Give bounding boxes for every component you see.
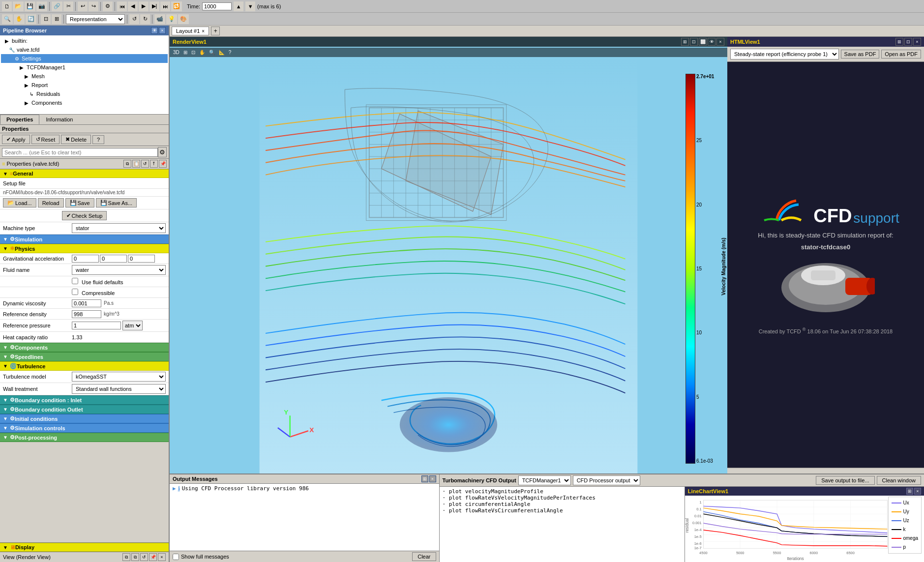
connect-btn[interactable]: 🔗 [52,1,62,11]
vt-btn1[interactable]: ⊞ [182,49,189,56]
hv-btn1[interactable]: ⊞ [895,38,903,46]
copy-btn[interactable]: ⧉ [123,160,131,168]
compressible-checkbox[interactable] [72,289,78,295]
tree-item-residuals[interactable]: ↳ Residuals [1,89,168,98]
save-as-btn[interactable]: 💾 Save As... [96,198,137,207]
prev-frame-btn[interactable]: ◀ [128,1,138,11]
tree-item-settings[interactable]: ⚙ Settings [1,54,168,63]
bv-btn5[interactable]: × [158,553,166,561]
delete-btn[interactable]: ✖ Delete [61,135,91,144]
disconnect-btn[interactable]: ✂ [63,1,73,11]
vt-btn2[interactable]: ⊡ [190,49,197,56]
save-btn[interactable]: 💾 [25,1,35,11]
color-btn[interactable]: 🎨 [178,14,189,24]
vt-btn3[interactable]: ✋ [198,49,207,56]
grav-x[interactable] [72,255,99,263]
first-frame-btn[interactable]: ⏮ [117,1,127,11]
use-fluid-defaults-checkbox[interactable] [72,278,78,284]
turbo-processor-select[interactable]: CFD Processor output [573,475,640,485]
section-speedlines[interactable]: ▼ ⚙ Speedlines [0,352,169,361]
clear-btn[interactable]: Clear [412,552,436,561]
save-props-btn[interactable]: 💾 Save [65,198,94,207]
machine-type-select[interactable]: stator [72,223,166,233]
save-as-pdf-btn[interactable]: Save as PDF [841,50,880,59]
time-input[interactable] [202,2,232,10]
grav-z[interactable] [128,255,155,263]
toolbar-btn-extra2[interactable]: ↻ [140,14,150,24]
dynamic-viscosity-input[interactable] [72,299,101,307]
section-turbulence[interactable]: ▼ 🌀 Turbulence [0,361,169,371]
representation-dropdown[interactable]: Representation [66,14,125,24]
rv-btn2[interactable]: ⊡ [690,38,698,46]
html-view-report-select[interactable]: Steady-state report (efficiency probe 1) [730,49,839,59]
tree-item-report[interactable]: ▶ Report [1,81,168,89]
hv-btn3[interactable]: × [913,38,921,46]
settings-btn[interactable]: ⚙ [103,1,113,11]
open-btn[interactable]: 📂 [13,1,24,11]
toolbar-btn-extra1[interactable]: ↺ [129,14,139,24]
help-btn[interactable]: ? [92,135,104,144]
turbo-manager-select[interactable]: TCFDManager1 [518,475,571,485]
light-btn[interactable]: 💡 [166,14,177,24]
reload-btn[interactable]: Reload [38,198,64,207]
restore-btn[interactable]: ⤒ [150,160,158,168]
grav-y[interactable] [100,255,127,263]
vt-3d[interactable]: 3D [172,49,181,56]
section-simulation[interactable]: ▼ ⚙ Simulation [0,235,169,244]
section-components[interactable]: ▼ ⚙ Components [0,343,169,352]
render-view[interactable]: RenderView1 ⊞ ⊡ ⬜ 👁 × 3D ⊞ ⊡ [170,37,727,473]
output-expand-btn[interactable]: ⊞ [421,475,428,482]
fit-all-btn[interactable]: ⊡ [41,14,51,24]
html-scrollbar-h[interactable] [727,468,924,473]
tree-item-components[interactable]: ▶ Components [1,98,168,107]
load-btn[interactable]: 📂 Load... [3,198,36,207]
output-close-btn[interactable]: × [429,475,436,482]
open-as-pdf-btn[interactable]: Open as PDF [881,50,921,59]
save-output-btn[interactable]: Save output to file... [816,476,874,485]
tree-item-tcfdmanager[interactable]: ▶ TCFDManager1 [1,63,168,72]
undo-btn[interactable]: ↩ [78,1,88,11]
tree-item-builtin[interactable]: ▶ builtin: [1,36,168,45]
ref-pressure-input[interactable] [72,322,121,329]
play-btn[interactable]: ▶ [139,1,149,11]
section-initial-conditions[interactable]: ▼ ⚙ Initial conditions [0,414,169,423]
hv-btn2[interactable]: ⊡ [904,38,912,46]
rv-btn1[interactable]: ⊞ [681,38,689,46]
wall-treatment-select[interactable]: Standard wall functions [72,384,166,394]
rv-btn-eye[interactable]: 👁 [708,38,715,46]
fluid-name-select[interactable]: water [72,265,166,275]
lc-btn2[interactable]: × [914,488,921,495]
tab-properties[interactable]: Properties [0,115,39,124]
bv-btn3[interactable]: ↺ [140,553,148,561]
reset-camera-btn[interactable]: ⊞ [52,14,61,24]
save-screenshot-btn[interactable]: 📷 [36,1,47,11]
search-btn[interactable]: ⚙ [158,147,167,157]
bv-btn2[interactable]: ⧉ [131,553,139,561]
lc-btn1[interactable]: ⊞ [906,488,913,495]
ref-density-input[interactable] [72,310,101,318]
rotate-btn[interactable]: 🔄 [26,14,36,24]
section-simulation-controls[interactable]: ▼ ⚙ Simulation controls [0,423,169,433]
reset-btn[interactable]: ↺ Reset [31,135,60,144]
tab-information[interactable]: Information [39,115,79,124]
show-full-checkbox[interactable] [173,554,179,560]
layout-tab-1-close[interactable]: × [202,29,205,34]
section-post-processing[interactable]: ▼ ⚙ Post-processing [0,433,169,442]
time-down-btn[interactable]: ▼ [245,1,255,11]
add-tab-btn[interactable]: + [211,27,220,35]
loop-btn[interactable]: 🔁 [171,1,182,11]
section-physics[interactable]: ▼ ⚛ Physics [0,244,169,253]
pb-eye-btn[interactable]: 👁 [151,27,158,34]
tree-item-valve[interactable]: 🔧 valve.tcfd [1,45,168,54]
zoom-btn[interactable]: 🔍 [2,14,13,24]
rv-btn-close[interactable]: × [716,38,724,46]
vt-help[interactable]: ? [227,49,233,56]
next-frame-btn[interactable]: ▶| [149,1,159,11]
pan-btn[interactable]: ✋ [14,14,25,24]
new-btn[interactable]: 🗋 [2,1,12,11]
vt-btn4[interactable]: 🔍 [208,49,216,56]
ref-pressure-unit-select[interactable]: atm [122,321,143,330]
tree-item-mesh[interactable]: ▶ Mesh [1,72,168,81]
section-general[interactable]: ▼ ≡ General [0,169,169,178]
pb-close-btn[interactable]: × [159,27,166,34]
